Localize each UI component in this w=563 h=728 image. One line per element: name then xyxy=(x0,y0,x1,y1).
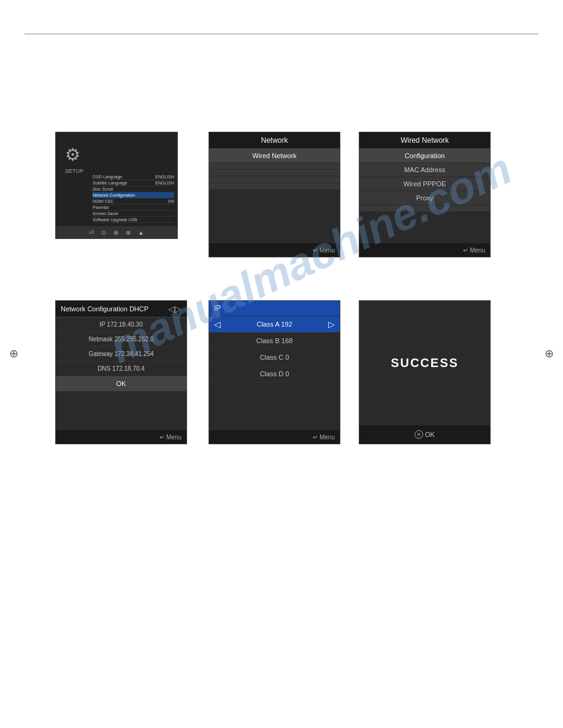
network-footer: ↵ Menu xyxy=(209,243,340,257)
setup-gear-icon: ⚙ xyxy=(65,145,86,166)
setup-row: Disc Scroll xyxy=(93,186,174,192)
ip-class-c-row[interactable]: ◁ Class C 0 ▷ xyxy=(209,349,340,366)
config-header-label: Network Configuration DHCP xyxy=(61,305,148,313)
top-divider xyxy=(25,34,538,34)
footer-icon-back: ⏎ xyxy=(89,229,94,236)
wired-footer-label: ↵ Menu xyxy=(463,247,485,254)
setup-row: OSD LanguageENGLISH xyxy=(93,174,174,180)
network-wired-row[interactable]: Wired Network xyxy=(209,149,340,163)
ip-class-a-label: Class A 192 xyxy=(221,320,328,328)
wired-proxy-row[interactable]: Proxy xyxy=(359,191,490,205)
success-ok-label[interactable]: OK xyxy=(425,431,435,438)
setup-row: Parental xyxy=(93,205,174,211)
setup-row: Subtitle LanguageENGLISH xyxy=(93,180,174,186)
footer-icon-ok: ⊙ xyxy=(101,229,106,236)
setup-label: SETUP xyxy=(65,168,83,174)
config-ip-row: IP 172.18.40.30 xyxy=(56,317,186,332)
ip-class-a-left[interactable]: ◁ xyxy=(214,319,221,329)
ip-class-b-row[interactable]: ◁ Class B 168 ▷ xyxy=(209,333,340,349)
ip-footer-label: ↵ Menu xyxy=(313,434,335,441)
ip-class-d-row[interactable]: ◁ Class D 0 ▷ xyxy=(209,366,340,382)
screen-success: SUCCESS ✕ OK xyxy=(359,300,491,444)
network-row-2 xyxy=(209,163,340,170)
wired-config-row[interactable]: Configuration xyxy=(359,149,490,163)
config-header: Network Configuration DHCP ◁▷ xyxy=(56,301,186,317)
screen-setup: ⚙ SETUP OSD LanguageENGLISH Subtitle Lan… xyxy=(55,132,178,239)
ip-class-c-label: Class C 0 xyxy=(221,354,328,361)
network-row-5 xyxy=(209,183,340,190)
success-message: SUCCESS xyxy=(391,356,459,370)
network-row-3 xyxy=(209,170,340,176)
ip-footer: ↵ Menu xyxy=(209,430,340,444)
setup-row: Software Upgrade USB xyxy=(93,217,174,223)
setup-row: Screen Saver xyxy=(93,211,174,217)
nav-arrow-right[interactable]: ⊕ xyxy=(545,347,554,360)
ok-circle-icon: ✕ xyxy=(415,430,423,439)
wired-footer: ↵ Menu xyxy=(359,243,490,257)
config-ok-button[interactable]: OK xyxy=(56,376,186,392)
wired-row-5 xyxy=(359,205,490,212)
wired-mac-row[interactable]: MAC Address xyxy=(359,163,490,177)
success-footer: ✕ OK xyxy=(359,425,490,444)
nav-arrow-left[interactable]: ⊕ xyxy=(9,347,18,360)
ip-class-b-label: Class B 168 xyxy=(221,337,328,344)
config-arrow-indicator: ◁▷ xyxy=(168,304,182,314)
network-footer-label: ↵ Menu xyxy=(313,247,335,254)
config-footer: ↵ Menu xyxy=(56,430,186,444)
page: manualmachine.com ⊕ ⊕ ⚙ SETUP OSD Langua… xyxy=(0,0,563,728)
screen-ip: IP ◁ Class A 192 ▷ ◁ Class B 168 ▷ ◁ Cla… xyxy=(209,300,340,444)
network-header: Network xyxy=(209,132,340,149)
config-footer-label: ↵ Menu xyxy=(159,434,182,441)
ip-class-d-label: Class D 0 xyxy=(221,370,328,377)
footer-icon-up: ▲ xyxy=(138,229,144,236)
footer-icon-x: ⊗ xyxy=(126,229,131,236)
ip-class-a-right[interactable]: ▷ xyxy=(328,319,335,329)
ip-class-a-row[interactable]: ◁ Class A 192 ▷ xyxy=(209,316,340,333)
wired-header: Wired Network xyxy=(359,132,490,149)
ip-header: IP xyxy=(209,301,340,316)
setup-row-network[interactable]: Network Configuration xyxy=(93,192,174,199)
screen-config: Network Configuration DHCP ◁▷ IP 172.18.… xyxy=(55,300,187,444)
screen-wired: Wired Network Configuration MAC Address … xyxy=(359,132,491,257)
network-row-4 xyxy=(209,176,340,183)
setup-footer: ⏎ ⊙ ⊕ ⊗ ▲ xyxy=(56,226,177,238)
config-netmask-row: Netmask 255.255.252.0 xyxy=(56,332,186,347)
config-gateway-row: Gateway 172.38.41.254 xyxy=(56,347,186,362)
screen-network: Network Wired Network ↵ Menu xyxy=(209,132,340,257)
setup-rows: OSD LanguageENGLISH Subtitle LanguageENG… xyxy=(93,174,174,223)
wired-pppoe-row[interactable]: Wired PPPOE xyxy=(359,177,490,191)
setup-row: HDMI CECON xyxy=(93,199,174,205)
config-dns-row: DNS 172.18.70.4 xyxy=(56,362,186,376)
footer-icon-plus: ⊕ xyxy=(113,229,118,236)
